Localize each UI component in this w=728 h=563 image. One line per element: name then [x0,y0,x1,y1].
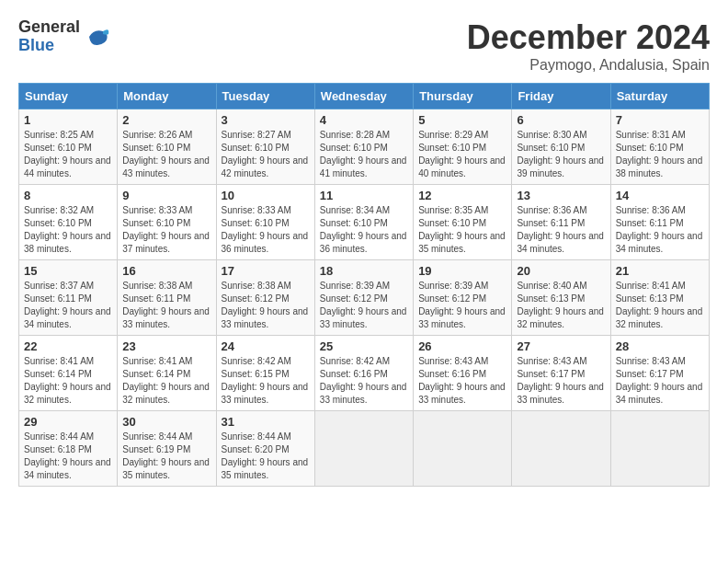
day-number: 25 [320,339,408,353]
page-header: General Blue December 2024 Paymogo, Anda… [18,18,710,74]
day-number: 31 [222,415,310,429]
day-number: 12 [418,189,506,202]
calendar-cell: 28 Sunrise: 8:43 AM Sunset: 6:17 PM Dayl… [610,336,709,411]
calendar-cell: 1 Sunrise: 8:25 AM Sunset: 6:10 PM Dayli… [19,109,118,185]
calendar-cell: 13 Sunrise: 8:36 AM Sunset: 6:11 PM Dayl… [512,185,610,260]
calendar-header-saturday: Saturday [610,84,709,109]
day-number: 16 [122,264,210,278]
day-number: 24 [222,339,310,353]
calendar-header-friday: Friday [512,84,610,109]
calendar-cell: 26 Sunrise: 8:43 AM Sunset: 6:16 PM Dayl… [414,336,512,411]
day-number: 21 [616,264,704,278]
calendar-week-3: 15 Sunrise: 8:37 AM Sunset: 6:11 PM Dayl… [19,260,710,336]
day-info: Sunrise: 8:25 AM Sunset: 6:10 PM Dayligh… [24,129,112,180]
day-info: Sunrise: 8:28 AM Sunset: 6:10 PM Dayligh… [320,129,408,180]
day-info: Sunrise: 8:29 AM Sunset: 6:10 PM Dayligh… [418,129,506,180]
day-number: 23 [122,339,210,353]
calendar-cell: 27 Sunrise: 8:43 AM Sunset: 6:17 PM Dayl… [512,336,610,411]
day-number: 19 [418,264,506,278]
calendar-cell: 18 Sunrise: 8:39 AM Sunset: 6:12 PM Dayl… [314,260,413,336]
calendar-header-thursday: Thursday [414,84,512,109]
day-number: 30 [122,415,210,429]
calendar-cell: 25 Sunrise: 8:42 AM Sunset: 6:16 PM Dayl… [314,336,413,411]
day-info: Sunrise: 8:41 AM Sunset: 6:14 PM Dayligh… [122,355,210,407]
calendar-cell: 14 Sunrise: 8:36 AM Sunset: 6:11 PM Dayl… [610,185,709,260]
day-number: 6 [517,113,605,127]
day-info: Sunrise: 8:33 AM Sunset: 6:10 PM Dayligh… [222,204,310,256]
calendar-week-2: 8 Sunrise: 8:32 AM Sunset: 6:10 PM Dayli… [19,185,710,260]
calendar-cell: 29 Sunrise: 8:44 AM Sunset: 6:18 PM Dayl… [19,411,118,487]
day-info: Sunrise: 8:41 AM Sunset: 6:14 PM Dayligh… [24,355,112,407]
day-number: 27 [517,339,605,353]
day-number: 4 [320,113,408,127]
calendar-cell: 6 Sunrise: 8:30 AM Sunset: 6:10 PM Dayli… [512,109,610,185]
calendar-header-monday: Monday [118,84,216,109]
calendar-header-tuesday: Tuesday [216,84,314,109]
day-number: 3 [222,113,310,127]
calendar-header-row: SundayMondayTuesdayWednesdayThursdayFrid… [19,84,710,109]
calendar-cell: 22 Sunrise: 8:41 AM Sunset: 6:14 PM Dayl… [19,336,118,411]
logo-blue: Blue [18,37,80,55]
day-info: Sunrise: 8:27 AM Sunset: 6:10 PM Dayligh… [222,129,310,180]
day-info: Sunrise: 8:43 AM Sunset: 6:17 PM Dayligh… [616,355,704,407]
calendar-cell: 17 Sunrise: 8:38 AM Sunset: 6:12 PM Dayl… [216,260,314,336]
day-info: Sunrise: 8:42 AM Sunset: 6:16 PM Dayligh… [320,355,408,407]
calendar-cell: 11 Sunrise: 8:34 AM Sunset: 6:10 PM Dayl… [314,185,413,260]
day-info: Sunrise: 8:38 AM Sunset: 6:11 PM Dayligh… [122,280,210,331]
day-info: Sunrise: 8:39 AM Sunset: 6:12 PM Dayligh… [418,280,506,331]
calendar-cell: 12 Sunrise: 8:35 AM Sunset: 6:10 PM Dayl… [414,185,512,260]
day-number: 7 [616,113,704,127]
day-info: Sunrise: 8:44 AM Sunset: 6:18 PM Dayligh… [24,431,112,482]
logo: General Blue [18,18,111,55]
day-number: 9 [122,189,210,202]
day-info: Sunrise: 8:32 AM Sunset: 6:10 PM Dayligh… [24,204,112,256]
day-number: 8 [24,189,112,202]
day-info: Sunrise: 8:34 AM Sunset: 6:10 PM Dayligh… [320,204,408,256]
day-number: 18 [320,264,408,278]
calendar-cell: 4 Sunrise: 8:28 AM Sunset: 6:10 PM Dayli… [314,109,413,185]
day-info: Sunrise: 8:33 AM Sunset: 6:10 PM Dayligh… [122,204,210,256]
calendar-cell: 3 Sunrise: 8:27 AM Sunset: 6:10 PM Dayli… [216,109,314,185]
logo-bird-icon [84,23,111,51]
day-number: 20 [517,264,605,278]
calendar-cell: 31 Sunrise: 8:44 AM Sunset: 6:20 PM Dayl… [216,411,314,487]
calendar-cell: 5 Sunrise: 8:29 AM Sunset: 6:10 PM Dayli… [414,109,512,185]
day-number: 22 [24,339,112,353]
day-info: Sunrise: 8:41 AM Sunset: 6:13 PM Dayligh… [616,280,704,331]
day-number: 26 [418,339,506,353]
day-number: 10 [222,189,310,202]
location-title: Paymogo, Andalusia, Spain [467,57,710,74]
calendar-cell [414,411,512,487]
day-info: Sunrise: 8:43 AM Sunset: 6:16 PM Dayligh… [418,355,506,407]
calendar-cell: 7 Sunrise: 8:31 AM Sunset: 6:10 PM Dayli… [610,109,709,185]
day-info: Sunrise: 8:26 AM Sunset: 6:10 PM Dayligh… [122,129,210,180]
day-info: Sunrise: 8:30 AM Sunset: 6:10 PM Dayligh… [517,129,605,180]
day-number: 11 [320,189,408,202]
calendar-cell: 2 Sunrise: 8:26 AM Sunset: 6:10 PM Dayli… [118,109,216,185]
day-number: 15 [24,264,112,278]
calendar-cell: 19 Sunrise: 8:39 AM Sunset: 6:12 PM Dayl… [414,260,512,336]
calendar-week-5: 29 Sunrise: 8:44 AM Sunset: 6:18 PM Dayl… [19,411,710,487]
calendar-cell: 20 Sunrise: 8:40 AM Sunset: 6:13 PM Dayl… [512,260,610,336]
day-info: Sunrise: 8:44 AM Sunset: 6:19 PM Dayligh… [122,431,210,482]
calendar-cell: 21 Sunrise: 8:41 AM Sunset: 6:13 PM Dayl… [610,260,709,336]
calendar-cell: 16 Sunrise: 8:38 AM Sunset: 6:11 PM Dayl… [118,260,216,336]
calendar-cell: 9 Sunrise: 8:33 AM Sunset: 6:10 PM Dayli… [118,185,216,260]
day-number: 2 [122,113,210,127]
calendar-cell [314,411,413,487]
calendar-cell: 8 Sunrise: 8:32 AM Sunset: 6:10 PM Dayli… [19,185,118,260]
calendar-header-wednesday: Wednesday [314,84,413,109]
calendar-cell [610,411,709,487]
title-block: December 2024 Paymogo, Andalusia, Spain [467,18,710,74]
day-number: 1 [24,113,112,127]
day-info: Sunrise: 8:38 AM Sunset: 6:12 PM Dayligh… [222,280,310,331]
day-info: Sunrise: 8:37 AM Sunset: 6:11 PM Dayligh… [24,280,112,331]
day-number: 14 [616,189,704,202]
month-title: December 2024 [467,18,710,57]
calendar-header-sunday: Sunday [19,84,118,109]
calendar-cell: 23 Sunrise: 8:41 AM Sunset: 6:14 PM Dayl… [118,336,216,411]
day-info: Sunrise: 8:36 AM Sunset: 6:11 PM Dayligh… [616,204,704,256]
day-number: 28 [616,339,704,353]
logo-general: General [18,18,80,37]
calendar-cell: 15 Sunrise: 8:37 AM Sunset: 6:11 PM Dayl… [19,260,118,336]
